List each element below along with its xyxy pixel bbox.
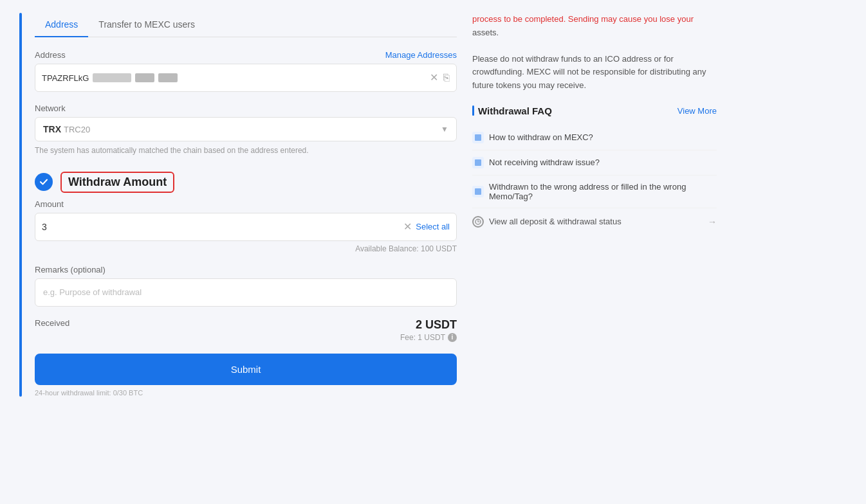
network-name: TRX [43, 124, 61, 134]
network-hint: The system has automatically matched the… [35, 145, 457, 156]
clear-address-icon[interactable]: ✕ [430, 73, 438, 83]
clock-svg [475, 219, 481, 225]
network-sub: TRC20 [64, 125, 90, 134]
form-content: Address Transfer to MEXC users Address M… [35, 13, 457, 397]
received-values: 2 USDT Fee: 1 USDT i [400, 318, 457, 342]
faq-text-2: Not receiving withdraw issue? [489, 158, 600, 167]
tab-transfer[interactable]: Transfer to MEXC users [88, 13, 205, 37]
faq-title-bar [472, 105, 474, 116]
received-amount: 2 USDT [400, 318, 457, 332]
received-label: Received [35, 318, 69, 328]
warning-text-1: process to be completed. Sending may cau… [472, 13, 717, 40]
faq-icon-2 [472, 157, 484, 168]
amount-label: Amount [35, 199, 457, 209]
warning-text-2: Please do not withdraw funds to an ICO a… [472, 53, 717, 93]
amount-input-box[interactable]: 3 ✕ Select all [35, 213, 457, 241]
network-section: Network TRX TRC20 ▼ The system has autom… [35, 104, 457, 156]
status-clock-icon [472, 216, 484, 228]
faq-text-3: Withdrawn to the wrong address or filled… [489, 182, 717, 201]
view-more-link[interactable]: View More [677, 106, 717, 116]
address-label-row: Address Manage Addresses [35, 50, 457, 60]
remarks-placeholder: e.g. Purpose of withdrawal [43, 287, 142, 297]
status-link-text: View all deposit & withdrawal status [489, 217, 703, 226]
submit-button[interactable]: Submit [35, 354, 457, 385]
available-balance: Available Balance: 100 USDT [35, 244, 457, 253]
amount-section: Amount 3 ✕ Select all Available Balance:… [35, 199, 457, 253]
received-row: Received 2 USDT Fee: 1 USDT i [35, 318, 457, 342]
withdraw-amount-step: Withdraw Amount [35, 172, 457, 193]
select-all-section: ✕ Select all [403, 221, 450, 233]
arrow-right-icon: → [708, 217, 717, 227]
copy-address-icon[interactable]: ⎘ [443, 73, 450, 83]
content-with-line: Address Transfer to MEXC users Address M… [19, 13, 457, 397]
address-blur-1 [93, 73, 131, 82]
faq-icon-1 [472, 132, 484, 143]
remarks-section: Remarks (optional) e.g. Purpose of withd… [35, 265, 457, 307]
faq-text-1: How to withdraw on MEXC? [489, 132, 593, 142]
right-panel: process to be completed. Sending may cau… [472, 13, 717, 491]
fee-text: Fee: 1 USDT i [400, 333, 457, 342]
dropdown-chevron-icon: ▼ [441, 125, 448, 134]
limit-text: 24-hour withdrawal limit: 0/30 BTC [35, 389, 457, 397]
tab-address[interactable]: Address [35, 13, 88, 37]
tabs-bar: Address Transfer to MEXC users [35, 13, 457, 37]
status-link-row[interactable]: View all deposit & withdrawal status → [472, 208, 717, 235]
network-label: Network [35, 104, 457, 113]
step-circle [35, 173, 53, 191]
faq-icon-3 [472, 186, 484, 197]
left-border-line [19, 13, 22, 397]
checkmark-icon [39, 177, 48, 186]
faq-item-1[interactable]: How to withdraw on MEXC? [472, 125, 717, 150]
page-wrapper: Address Transfer to MEXC users Address M… [0, 0, 866, 504]
address-blur-3 [158, 73, 178, 82]
faq-header: Withdrawal FAQ View More [472, 105, 717, 116]
remarks-label: Remarks (optional) [35, 265, 457, 274]
network-dropdown[interactable]: TRX TRC20 ▼ [35, 117, 457, 141]
select-all-button[interactable]: Select all [416, 222, 450, 231]
withdraw-amount-title: Withdraw Amount [60, 172, 174, 193]
faq-item-2[interactable]: Not receiving withdraw issue? [472, 150, 717, 176]
warning-red-text: process to be completed. Sending may cau… [472, 14, 694, 24]
address-value: TPAZRFLkG [42, 73, 430, 83]
faq-title: Withdrawal FAQ [472, 105, 552, 116]
fee-label: Fee: 1 USDT [400, 333, 445, 342]
remarks-input[interactable]: e.g. Purpose of withdrawal [35, 278, 457, 307]
address-input-icons: ✕ ⎘ [430, 73, 450, 83]
network-value: TRX TRC20 [43, 124, 90, 134]
faq-title-text: Withdrawal FAQ [478, 105, 552, 116]
address-section: Address Manage Addresses TPAZRFLkG [35, 50, 457, 92]
clear-amount-icon[interactable]: ✕ [403, 221, 412, 233]
manage-addresses-link[interactable]: Manage Addresses [385, 50, 457, 60]
fee-info-icon[interactable]: i [448, 333, 457, 342]
address-blur-2 [135, 73, 154, 82]
address-prefix: TPAZRFLkG [42, 73, 89, 83]
address-input-box[interactable]: TPAZRFLkG ✕ ⎘ [35, 64, 457, 92]
address-label: Address [35, 50, 66, 60]
amount-value: 3 [42, 222, 403, 232]
left-panel: Address Transfer to MEXC users Address M… [19, 13, 457, 491]
main-content: Address Transfer to MEXC users Address M… [0, 0, 866, 504]
faq-item-3[interactable]: Withdrawn to the wrong address or filled… [472, 176, 717, 208]
